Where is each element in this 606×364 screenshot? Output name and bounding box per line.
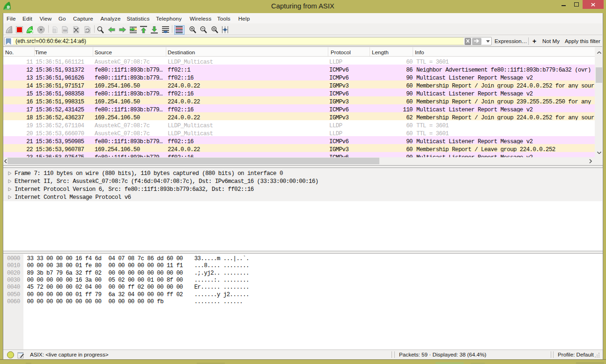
svg-text:010: 010	[63, 29, 67, 32]
